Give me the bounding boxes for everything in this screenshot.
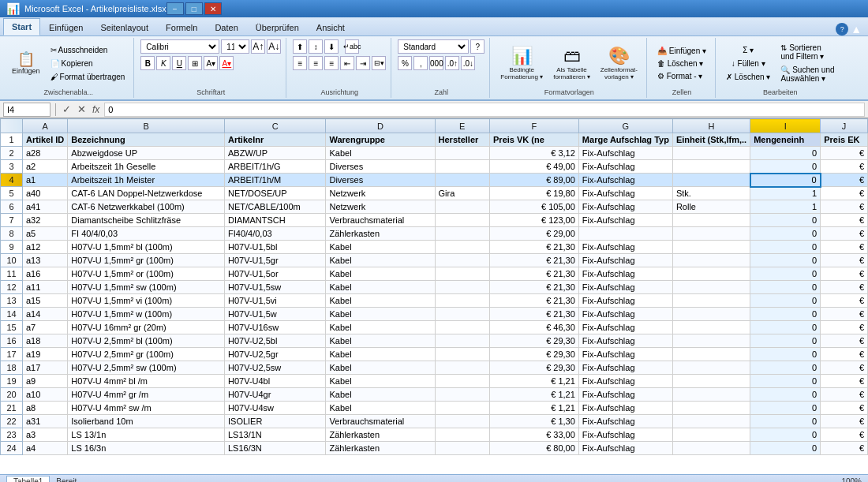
- cell-J14[interactable]: €: [821, 308, 868, 321]
- cell-C10[interactable]: H07V-U1,5gr: [224, 254, 325, 267]
- cell-D20[interactable]: Kabel: [326, 388, 435, 402]
- cell-J2[interactable]: €: [821, 147, 868, 160]
- row-num-9[interactable]: 9: [1, 241, 23, 254]
- cell-D24[interactable]: Zählerkasten: [326, 442, 435, 455]
- cell-A5[interactable]: a40: [23, 187, 68, 200]
- cell-A10[interactable]: a13: [23, 254, 68, 267]
- cell-D10[interactable]: Kabel: [326, 254, 435, 267]
- cell-I17[interactable]: 0: [750, 348, 821, 361]
- cell-J3[interactable]: €: [821, 160, 868, 174]
- border-button[interactable]: ⊞: [188, 56, 202, 70]
- cell-D21[interactable]: Kabel: [326, 402, 435, 415]
- cell-J19[interactable]: €: [821, 375, 868, 388]
- cell-A21[interactable]: a8: [23, 402, 68, 415]
- cell-D13[interactable]: Kabel: [326, 294, 435, 308]
- font-color-button[interactable]: A▾: [219, 56, 234, 70]
- increase-font-button[interactable]: A↑: [251, 39, 265, 54]
- cell-D15[interactable]: Kabel: [326, 321, 435, 334]
- cell-G1[interactable]: Marge Aufschlag Typ: [578, 133, 672, 147]
- number-format-select[interactable]: Standard: [398, 39, 469, 54]
- cell-H20[interactable]: [672, 388, 750, 402]
- row-num-6[interactable]: 6: [1, 200, 23, 214]
- cell-I20[interactable]: 0: [750, 388, 821, 402]
- cell-F6[interactable]: € 105,00: [490, 200, 579, 214]
- align-top-button[interactable]: ⬆: [293, 39, 307, 54]
- cell-H12[interactable]: [672, 281, 750, 294]
- cell-F18[interactable]: € 29,30: [490, 361, 579, 375]
- cell-C13[interactable]: H07V-U1,5vi: [224, 294, 325, 308]
- cell-H5[interactable]: Stk.: [672, 187, 750, 200]
- cell-F11[interactable]: € 21,30: [490, 267, 579, 281]
- cell-styles-button[interactable]: 🎨 Zellenformat-vorlagen ▾: [597, 43, 642, 83]
- cell-H2[interactable]: [672, 147, 750, 160]
- cell-E16[interactable]: [435, 334, 489, 348]
- cell-H17[interactable]: [672, 348, 750, 361]
- cell-H3[interactable]: [672, 160, 750, 174]
- cell-A20[interactable]: a10: [23, 388, 68, 402]
- row-num-20[interactable]: 20: [1, 388, 23, 402]
- cell-G16[interactable]: Fix-Aufschlag: [578, 334, 672, 348]
- cell-B7[interactable]: Diamantscheibe Schlitzfräse: [68, 214, 225, 227]
- cell-E12[interactable]: [435, 281, 489, 294]
- cell-E5[interactable]: Gira: [435, 187, 489, 200]
- decrease-indent-button[interactable]: ⇤: [340, 56, 354, 70]
- align-left-button[interactable]: ≡: [293, 56, 307, 70]
- row-num-10[interactable]: 10: [1, 254, 23, 267]
- row-num-18[interactable]: 18: [1, 361, 23, 375]
- cell-G12[interactable]: Fix-Aufschlag: [578, 281, 672, 294]
- cell-E3[interactable]: [435, 160, 489, 174]
- row-num-3[interactable]: 3: [1, 160, 23, 174]
- cell-H9[interactable]: [672, 241, 750, 254]
- cell-B19[interactable]: H07V-U 4mm² bl /m: [68, 375, 225, 388]
- insert-function-icon[interactable]: fx: [92, 104, 99, 115]
- cell-I8[interactable]: 0: [750, 227, 821, 241]
- row-num-17[interactable]: 17: [1, 348, 23, 361]
- cell-D1[interactable]: Warengruppe: [326, 133, 435, 147]
- row-num-12[interactable]: 12: [1, 281, 23, 294]
- cell-B3[interactable]: Arbeitszeit 1h Geselle: [68, 160, 225, 174]
- cell-I18[interactable]: 0: [750, 361, 821, 375]
- cell-J13[interactable]: €: [821, 294, 868, 308]
- cell-A12[interactable]: a11: [23, 281, 68, 294]
- cell-D22[interactable]: Verbrauchsmaterial: [326, 415, 435, 428]
- cell-C16[interactable]: H07V-U2,5bl: [224, 334, 325, 348]
- row-num-7[interactable]: 7: [1, 214, 23, 227]
- cell-A6[interactable]: a41: [23, 200, 68, 214]
- row-num-11[interactable]: 11: [1, 267, 23, 281]
- cell-E17[interactable]: [435, 348, 489, 361]
- tab-daten[interactable]: Daten: [206, 18, 246, 35]
- cell-C7[interactable]: DIAMANTSCH: [224, 214, 325, 227]
- row-num-14[interactable]: 14: [1, 308, 23, 321]
- format-cells-button[interactable]: ⚙ Format - ▾: [653, 70, 710, 82]
- cell-H1[interactable]: Einheit (Stk,lfm,..: [672, 133, 750, 147]
- cell-G3[interactable]: Fix-Aufschlag: [578, 160, 672, 174]
- row-num-19[interactable]: 19: [1, 375, 23, 388]
- cell-B13[interactable]: H07V-U 1,5mm² vi (100m): [68, 294, 225, 308]
- cell-E9[interactable]: [435, 241, 489, 254]
- cell-C9[interactable]: H07V-U1,5bl: [224, 241, 325, 254]
- sort-filter-button[interactable]: ⇅ Sortierenund Filtern ▾: [776, 42, 838, 62]
- cell-I2[interactable]: 0: [750, 147, 821, 160]
- cell-G17[interactable]: Fix-Aufschlag: [578, 348, 672, 361]
- cell-D19[interactable]: Kabel: [326, 375, 435, 388]
- cell-B15[interactable]: H07V-U 16mm² gr (20m): [68, 321, 225, 334]
- cell-C12[interactable]: H07V-U1,5sw: [224, 281, 325, 294]
- number-format-help[interactable]: ?: [470, 39, 485, 54]
- cell-A2[interactable]: a28: [23, 147, 68, 160]
- align-bottom-button[interactable]: ⬇: [324, 39, 339, 54]
- align-right-button[interactable]: ≡: [324, 56, 339, 70]
- cell-B10[interactable]: H07V-U 1,5mm² gr (100m): [68, 254, 225, 267]
- cell-J23[interactable]: €: [821, 428, 868, 442]
- cell-I5[interactable]: 1: [750, 187, 821, 200]
- cell-H8[interactable]: [672, 227, 750, 241]
- cell-C24[interactable]: LS16/3N: [224, 442, 325, 455]
- cell-I4[interactable]: 0: [750, 174, 821, 187]
- cell-J1[interactable]: Preis EK: [821, 133, 868, 147]
- cell-J8[interactable]: €: [821, 227, 868, 241]
- cell-C6[interactable]: NET/CABLE/100m: [224, 200, 325, 214]
- cell-G13[interactable]: Fix-Aufschlag: [578, 294, 672, 308]
- insert-cells-button[interactable]: 📥 Einfügen ▾: [653, 45, 710, 57]
- cell-H11[interactable]: [672, 267, 750, 281]
- cell-B21[interactable]: H07V-U 4mm² sw /m: [68, 402, 225, 415]
- cell-I13[interactable]: 0: [750, 294, 821, 308]
